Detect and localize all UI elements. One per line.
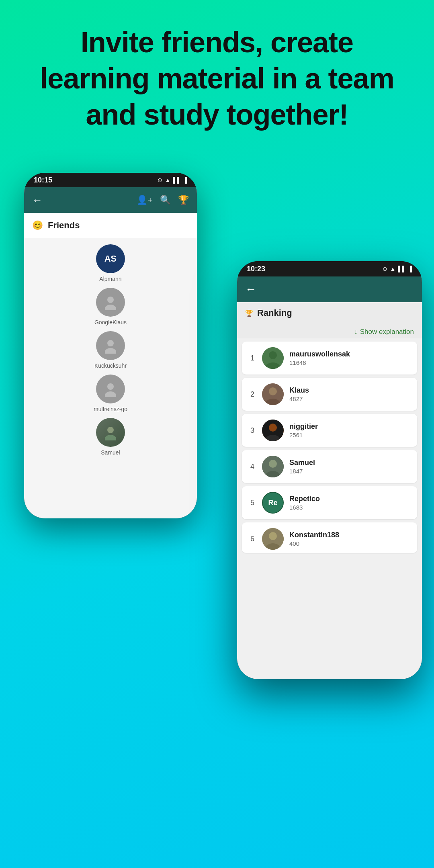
header-icons-back: 👤+ 🔍 🏆 [137, 195, 189, 205]
add-person-icon[interactable]: 👤+ [137, 195, 153, 205]
rank-username: Klaus [289, 386, 309, 395]
ranking-item-4: 4 Samuel 1847 [242, 450, 417, 483]
rank-score: 4827 [289, 395, 309, 402]
app-header-front: ← [237, 276, 422, 302]
ranking-list: 1 mauruswollensak 11648 2 [237, 338, 422, 556]
svg-point-6 [107, 427, 114, 433]
svg-point-3 [105, 348, 116, 354]
list-item: Kuckucksuhr [94, 331, 127, 369]
app-header-back: ← 👤+ 🔍 🏆 [24, 187, 197, 213]
rank-number: 4 [248, 463, 256, 471]
friends-label: Friends [48, 220, 80, 231]
status-icons-front: ⊙ ▲ ▌▌ ▐ [383, 266, 412, 272]
rank-info-5: Repetico 1683 [289, 495, 320, 511]
friend-name: GoogleKlaus [94, 319, 127, 326]
ranking-item-3: 3 niggitier 2561 [242, 414, 417, 447]
avatar-niggitier [262, 420, 284, 441]
rank-username: Samuel [289, 459, 315, 467]
friend-name: Kuckucksuhr [94, 362, 127, 369]
svg-point-7 [105, 435, 116, 440]
screen-back: ← 👤+ 🔍 🏆 😊 Friends AS Alpmann [24, 187, 197, 518]
location-icon-front: ⊙ [383, 266, 387, 272]
battery-icon-front: ▐ [408, 266, 412, 272]
svg-point-12 [269, 387, 277, 395]
avatar-googleklaus [96, 288, 125, 317]
friend-name: Samuel [101, 449, 120, 456]
status-bar-front: 10:23 ⊙ ▲ ▌▌ ▐ [237, 261, 422, 276]
rank-number: 1 [248, 354, 256, 362]
rank-username: niggitier [289, 422, 318, 431]
down-arrow-icon: ↓ [354, 328, 358, 336]
avatar-klaus [262, 383, 284, 405]
avatar-konstantin [262, 528, 284, 550]
list-item: AS Alpmann [96, 244, 125, 282]
wifi-icon: ▲ [165, 177, 170, 183]
list-item: mulfreinsz-go [94, 375, 127, 412]
rank-score: 1847 [289, 468, 315, 475]
rank-number: 2 [248, 390, 256, 399]
rank-number: 3 [248, 426, 256, 435]
show-explanation-bar: ↓ Show explanation [237, 324, 422, 338]
avatar-mulfreinsz [96, 375, 125, 403]
avatar-alpmann: AS [96, 244, 125, 273]
rank-score: 400 [289, 540, 339, 547]
rank-info-6: Konstantin188 400 [289, 531, 339, 547]
ranking-item-1: 1 mauruswollensak 11648 [242, 342, 417, 375]
rank-score: 1683 [289, 504, 320, 511]
phones-area: 10:15 ⊙ ▲ ▌▌ ▐ ← 👤+ 🔍 🏆 😊 Friends [0, 149, 434, 868]
list-item: Samuel [96, 418, 125, 456]
rank-info-1: mauruswollensak 11648 [289, 350, 350, 366]
hero-text: Invite friends, create learning material… [0, 0, 434, 149]
friend-name: Alpmann [99, 276, 121, 282]
screen-front: ← 🏆 Ranking ↓ Show explanation 1 [237, 276, 422, 679]
svg-point-9 [269, 351, 277, 359]
friends-section: 😊 Friends [24, 213, 197, 238]
time-back: 10:15 [34, 176, 52, 184]
avatar-repetico: Re [262, 492, 284, 514]
rank-number: 6 [248, 535, 256, 543]
friend-name: mulfreinsz-go [94, 406, 127, 412]
ranking-title: Ranking [257, 308, 292, 318]
search-icon[interactable]: 🔍 [160, 195, 171, 205]
phone-front: 10:23 ⊙ ▲ ▌▌ ▐ ← 🏆 Ranking ↓ Show explan… [237, 261, 422, 679]
svg-point-21 [269, 532, 277, 540]
battery-icon: ▐ [183, 177, 187, 183]
svg-point-2 [107, 340, 114, 346]
list-item: GoogleKlaus [94, 288, 127, 326]
rank-info-4: Samuel 1847 [289, 459, 315, 475]
location-icon: ⊙ [158, 177, 162, 183]
ranking-title-bar: 🏆 Ranking [237, 302, 422, 324]
avatar-samuel [96, 418, 125, 447]
friends-icon: 😊 [32, 220, 43, 231]
show-explanation-link[interactable]: ↓ Show explanation [354, 328, 414, 336]
phone-back: 10:15 ⊙ ▲ ▌▌ ▐ ← 👤+ 🔍 🏆 😊 Friends [24, 173, 197, 518]
svg-point-0 [107, 297, 114, 303]
trophy-icon[interactable]: 🏆 [178, 195, 189, 205]
svg-point-4 [107, 383, 114, 390]
signal-icon: ▌▌ [173, 177, 181, 183]
back-button-front[interactable]: ← [245, 283, 256, 296]
ranking-item-6: 6 Konstantin188 400 [242, 522, 417, 553]
avatar-kuckucksuhr [96, 331, 125, 360]
back-button-back[interactable]: ← [32, 194, 43, 207]
svg-point-5 [105, 391, 116, 397]
rank-score: 11648 [289, 359, 350, 366]
rank-score: 2561 [289, 432, 318, 438]
svg-point-18 [269, 460, 277, 468]
friend-list: AS Alpmann GoogleKlaus Kuckucksuhr [24, 238, 197, 462]
rank-username: mauruswollensak [289, 350, 350, 358]
rank-info-3: niggitier 2561 [289, 422, 318, 438]
signal-icon-front: ▌▌ [398, 266, 406, 272]
ranking-item-5: 5 Re Repetico 1683 [242, 486, 417, 519]
rank-username: Konstantin188 [289, 531, 339, 539]
svg-point-15 [269, 424, 277, 432]
rank-number: 5 [248, 499, 256, 507]
avatar-mauruswollensak [262, 347, 284, 369]
status-icons-back: ⊙ ▲ ▌▌ ▐ [158, 177, 187, 183]
time-front: 10:23 [247, 265, 265, 273]
wifi-icon-front: ▲ [390, 266, 395, 272]
rank-username: Repetico [289, 495, 320, 503]
status-bar-back: 10:15 ⊙ ▲ ▌▌ ▐ [24, 173, 197, 187]
rank-info-2: Klaus 4827 [289, 386, 309, 402]
ranking-item-2: 2 Klaus 4827 [242, 378, 417, 411]
